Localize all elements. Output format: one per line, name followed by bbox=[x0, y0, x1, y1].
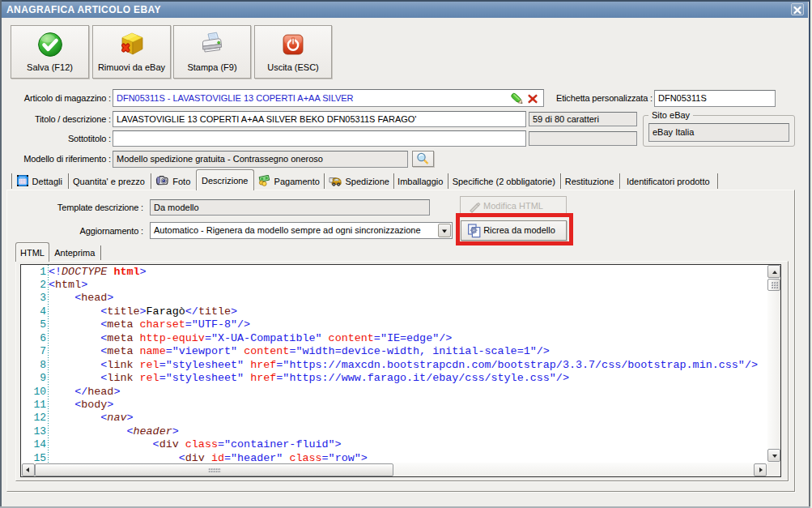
code-line: <meta http-equiv="X-UA-Compatible" conte… bbox=[49, 332, 758, 345]
code-token: link bbox=[107, 359, 133, 371]
articolo-label: Articolo di magazzino : bbox=[0, 89, 111, 107]
subtab-anteprima[interactable]: Anteprima bbox=[49, 245, 100, 261]
code-token: ="width=device-width, initial-scale=1"/> bbox=[289, 345, 549, 357]
code-token: > bbox=[113, 386, 120, 398]
code-token: < bbox=[153, 438, 159, 450]
code-token: ="https://maxcdn.bootstrapcdn.com/bootst… bbox=[276, 359, 758, 371]
sottotitolo-field[interactable] bbox=[113, 130, 526, 147]
tab-label: Pagamento bbox=[274, 177, 320, 186]
arrow-up-icon bbox=[772, 271, 777, 274]
sito-ebay-groupbox: Sito eBay eBay Italia bbox=[643, 115, 795, 147]
code-token: ="stylesheet" bbox=[159, 372, 244, 384]
code-token: > bbox=[107, 292, 113, 304]
code-token: content bbox=[329, 332, 374, 344]
scroll-right-button[interactable] bbox=[754, 463, 767, 476]
code-token: Faragò bbox=[147, 305, 185, 318]
tab-pagamento[interactable]: Pagamento bbox=[254, 173, 325, 190]
titolo-field[interactable]: LAVASTOVIGLIE 13 COPERTI A+AA SILVER BEK… bbox=[113, 111, 526, 127]
code-line: <meta name="viewport" content="width=dev… bbox=[49, 345, 758, 358]
toolbar-button-rimuovi-da-ebay[interactable]: Rimuovi da eBay bbox=[92, 25, 171, 79]
tab-separator bbox=[324, 173, 325, 189]
articolo-field[interactable]: DFN05311S - LAVASTOVIGLIE 13 COPERTI A+A… bbox=[113, 89, 544, 107]
line-number: 6 bbox=[21, 332, 46, 345]
toolbar-button-salva-f12[interactable]: Salva (F12) bbox=[11, 25, 89, 79]
aggiornamento-label: Aggiornamento : bbox=[0, 223, 143, 239]
code-token: meta bbox=[107, 332, 133, 344]
tab-restituzione[interactable]: Restituzione bbox=[560, 173, 619, 190]
tab-descrizione[interactable]: Descrizione bbox=[196, 169, 254, 190]
code-token: name bbox=[140, 345, 166, 357]
editor-hscrollbar[interactable] bbox=[21, 463, 767, 476]
code-token bbox=[49, 412, 100, 424]
tab-dettagli[interactable]: Dettagli bbox=[11, 173, 68, 190]
subtab-label: Anteprima bbox=[54, 248, 95, 258]
line-number: 9 bbox=[21, 372, 46, 385]
line-number: 2 bbox=[21, 279, 46, 292]
code-token: </ bbox=[185, 305, 198, 318]
code-token: nav bbox=[107, 412, 126, 424]
etichetta-field[interactable]: DFN05311S bbox=[654, 90, 776, 107]
tab-label: Specifiche (2 obbligatorie) bbox=[453, 177, 555, 186]
titolo-counter: 59 di 80 caratteri bbox=[529, 112, 637, 126]
line-number: 1 bbox=[21, 266, 46, 279]
tab-separator bbox=[619, 173, 620, 189]
code-token: href bbox=[250, 359, 276, 371]
editor-vscrollbar[interactable] bbox=[767, 265, 780, 463]
aggiornamento-select[interactable]: Automatico - Rigenera da modello sempre … bbox=[150, 222, 453, 239]
code-token: charset bbox=[140, 318, 185, 331]
scroll-left-button[interactable] bbox=[22, 463, 35, 476]
toolbar-button-uscita-esc[interactable]: Uscita (ESC) bbox=[254, 25, 332, 79]
tab-quantita-e-prezzo[interactable]: Quantita' e prezzo bbox=[68, 173, 151, 190]
vscroll-thumb[interactable] bbox=[767, 279, 780, 291]
close-button[interactable] bbox=[791, 3, 804, 15]
subtab-separator bbox=[100, 245, 101, 260]
tab-label: Identificatori prodotto bbox=[627, 177, 710, 186]
code-line: <nav> bbox=[49, 412, 758, 425]
modello-search-button[interactable] bbox=[412, 151, 434, 167]
tab-spedizione[interactable]: Spedizione bbox=[324, 173, 393, 190]
code-token: < bbox=[49, 279, 55, 291]
tab-separator bbox=[11, 173, 12, 189]
code-token: ="container-fluid"> bbox=[218, 438, 342, 450]
code-token: content bbox=[244, 345, 289, 357]
code-token: > bbox=[126, 412, 133, 424]
toolbar-button-label: Uscita (ESC) bbox=[255, 62, 331, 72]
scroll-down-button[interactable] bbox=[767, 449, 780, 462]
tab-foto[interactable]: Foto bbox=[151, 173, 197, 190]
line-number: 13 bbox=[21, 425, 46, 438]
subtab-html[interactable]: HTML bbox=[15, 242, 49, 262]
code-token: < bbox=[74, 292, 81, 304]
code-token: > bbox=[81, 279, 87, 291]
code-token bbox=[244, 372, 250, 384]
code-token: ="https://www.farago.it/ebay/css/style.c… bbox=[276, 372, 569, 384]
html-code-editor[interactable]: 123456789101112131415 <!DOCTYPE html><ht… bbox=[20, 264, 781, 477]
code-token bbox=[244, 359, 250, 371]
hscroll-thumb[interactable] bbox=[35, 463, 393, 476]
code-token: rel bbox=[140, 359, 159, 371]
code-area[interactable]: <!DOCTYPE html><html> <head> <title>Fara… bbox=[49, 266, 758, 466]
vthumb-grip bbox=[772, 282, 779, 289]
code-token: meta bbox=[107, 318, 133, 331]
arrow-down-icon bbox=[772, 455, 777, 458]
scroll-up-button[interactable] bbox=[767, 265, 780, 278]
combo-dropdown-button[interactable] bbox=[438, 224, 451, 237]
code-token: html bbox=[55, 279, 81, 291]
sito-ebay-legend: Sito eBay bbox=[648, 110, 693, 121]
code-token bbox=[322, 332, 329, 344]
line-number: 12 bbox=[21, 412, 46, 425]
code-token: ="viewport" bbox=[166, 345, 237, 357]
ricrea-da-modello-button[interactable]: Ricrea da modello bbox=[461, 220, 567, 241]
code-token: title bbox=[107, 305, 139, 318]
code-token bbox=[49, 425, 126, 438]
tab-identificatori-prodotto[interactable]: Identificatori prodotto bbox=[619, 173, 718, 190]
toolbar-button-stampa-f9[interactable]: Stampa (F9) bbox=[173, 25, 251, 79]
code-token: > bbox=[140, 266, 147, 278]
code-token: head bbox=[87, 386, 113, 398]
tab-imballaggio[interactable]: Imballaggio bbox=[393, 173, 449, 190]
code-line: <html> bbox=[49, 279, 758, 292]
code-token bbox=[134, 345, 140, 357]
tab-specifiche-2-obbligatorie[interactable]: Specifiche (2 obbligatorie) bbox=[448, 173, 560, 190]
code-line: <meta charset="UTF-8"/> bbox=[49, 318, 758, 331]
code-token bbox=[49, 372, 100, 384]
grid-table-icon bbox=[17, 175, 28, 188]
